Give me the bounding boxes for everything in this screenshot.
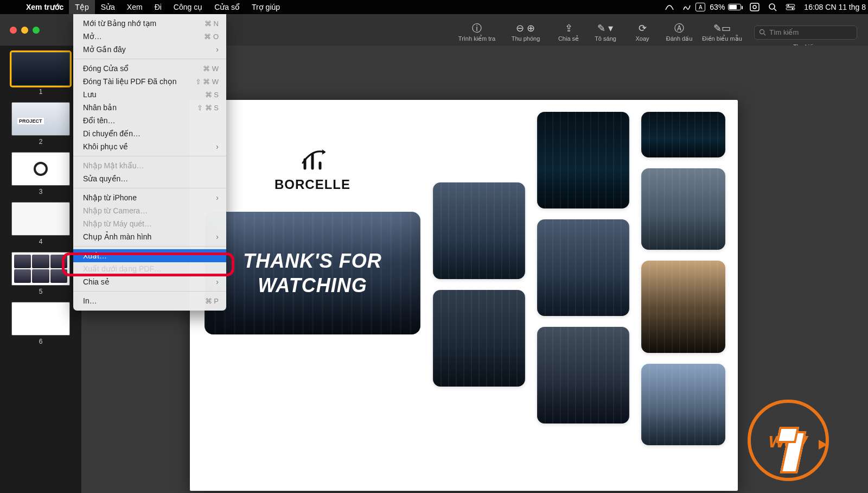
zoom-window-button[interactable] [33, 27, 40, 34]
hero-image: THANK'S FOR WATCHING [205, 212, 420, 334]
menu-item-in-[interactable]: In…⌘ P [73, 294, 226, 307]
svg-rect-5 [786, 8, 795, 10]
menu-item-di-chuyển-đến-[interactable]: Di chuyển đến… [73, 127, 226, 140]
control-center-icon[interactable] [781, 3, 800, 11]
page-thumbnail-number: 5 [0, 288, 81, 295]
spotlight-icon[interactable] [764, 3, 781, 11]
menu-item-label: Mới từ Bảng nhớ tạm [83, 19, 156, 28]
menubar-item-xem[interactable]: Xem [121, 0, 149, 14]
minimize-window-button[interactable] [21, 27, 28, 34]
close-window-button[interactable] [10, 27, 17, 34]
gallery-tile [433, 182, 525, 279]
menu-shortcut: ⌘ S [205, 91, 219, 99]
menu-item-label: Sửa quyền… [83, 174, 128, 183]
submenu-arrow-icon: › [216, 193, 219, 202]
gallery-tile [537, 327, 629, 424]
menu-item-chụp-ảnh-màn-hình[interactable]: Chụp Ảnh màn hình› [73, 230, 226, 243]
page-thumbnail[interactable] [11, 252, 70, 286]
toolbar-điền-biểu-mẫu[interactable]: ✎▭Điền biểu mẫu [698, 21, 746, 42]
toolbar-icon: ✎ ▾ [587, 21, 624, 35]
menu-separator [73, 291, 226, 292]
svg-rect-4 [786, 4, 795, 7]
status-icon[interactable] [678, 3, 695, 11]
toolbar-label: Tô sáng [587, 35, 624, 42]
submenu-arrow-icon: › [216, 142, 219, 151]
menu-item-chia-sẻ[interactable]: Chia sẻ› [73, 275, 226, 288]
clock[interactable]: 16:08 CN 11 thg 8 [800, 3, 868, 11]
menu-item-nhập-từ-máy-quét-: Nhập từ Máy quét… [73, 217, 226, 230]
page-thumbnail-number: 1 [0, 88, 81, 96]
page-thumbnail[interactable] [11, 102, 70, 136]
search-input[interactable]: Tìm kiếm [754, 26, 857, 40]
toolbar-xoay[interactable]: ⟳Xoay [624, 21, 661, 42]
toolbar-chia-sẻ[interactable]: ⇪Chia sẻ [550, 21, 587, 42]
menu-shortcut: ⌘ N [205, 20, 219, 28]
toolbar-label: Thu phóng [501, 35, 550, 42]
submenu-arrow-icon: › [216, 232, 219, 241]
menu-separator [73, 59, 226, 59]
toolbar-thu-phóng[interactable]: ⊖ ⊕Thu phóng [501, 21, 550, 42]
menu-item-nhân-bản[interactable]: Nhân bản⇧ ⌘ S [73, 101, 226, 114]
menu-item-xuất-[interactable]: Xuất… [73, 249, 226, 262]
menu-item-xuất-dưới-dạng-pdf-[interactable]: Xuất dưới dạng PDF… [73, 262, 226, 275]
svg-point-6 [788, 5, 789, 7]
toolbar-đánh-dấu[interactable]: ⒶĐánh dấu [661, 21, 698, 42]
menu-item-đổi-tên-[interactable]: Đổi tên… [73, 114, 226, 127]
menu-item-label: Đóng Tài liệu PDF Đã chọn [83, 77, 177, 86]
menu-item-label: Chụp Ảnh màn hình [83, 232, 151, 241]
menubar-item-trợ giúp[interactable]: Trợ giúp [246, 0, 286, 14]
brand-logo: BORCELLE [275, 147, 350, 192]
page-thumbnail-number: 6 [0, 338, 81, 345]
menu-item-label: In… [83, 296, 97, 305]
menu-item-nhập-từ-iphone[interactable]: Nhập từ iPhone› [73, 191, 226, 204]
menu-shortcut: ⌘ P [205, 297, 219, 305]
gallery-tile [537, 219, 629, 316]
menu-item-label: Nhập Mật khẩu… [83, 161, 144, 170]
search-icon [759, 29, 766, 36]
thumbnail-sidebar[interactable]: 123456 [0, 46, 81, 493]
menubar-item-tệp[interactable]: Tệp [69, 0, 94, 14]
page-thumbnail-number: 4 [0, 238, 81, 245]
toolbar-trình-kiểm-tra[interactable]: ⓘTrình kiểm tra [452, 21, 501, 42]
page-thumbnail[interactable] [11, 302, 70, 336]
submenu-arrow-icon: › [216, 45, 219, 54]
menu-item-sửa-quyền-[interactable]: Sửa quyền… [73, 172, 226, 185]
status-icon[interactable] [661, 3, 678, 11]
menu-item-lưu[interactable]: Lưu⌘ S [73, 88, 226, 101]
gallery-tile [641, 364, 725, 445]
menubar-item-công cụ[interactable]: Công cụ [168, 0, 208, 14]
toolbar-label: Trình kiểm tra [452, 35, 501, 42]
screenshot-icon[interactable] [745, 3, 764, 11]
menubar-item-đi[interactable]: Đi [149, 0, 168, 14]
menubar-item-cửa sổ[interactable]: Cửa sổ [208, 0, 246, 14]
input-menu[interactable]: A [695, 3, 705, 11]
svg-point-1 [753, 5, 756, 9]
gallery-tile [537, 112, 629, 208]
menubar-item-sửa[interactable]: Sửa [95, 0, 121, 14]
menu-item-đóng-cửa-sổ[interactable]: Đóng Cửa sổ⌘ W [73, 62, 226, 75]
brand-name: BORCELLE [275, 177, 350, 192]
page-thumbnail[interactable] [11, 202, 70, 236]
menu-item-label: Nhập từ Máy quét… [83, 219, 152, 228]
toolbar-tô-sáng[interactable]: ✎ ▾Tô sáng [587, 21, 624, 42]
toolbar-icon: ⓘ [452, 21, 501, 35]
menu-item-mới-từ-bảng-nhớ-tạm[interactable]: Mới từ Bảng nhớ tạm⌘ N [73, 17, 226, 30]
page-thumbnail[interactable] [11, 152, 70, 186]
hero-text-2: WATCHING [258, 274, 367, 296]
gallery-tile [641, 261, 725, 353]
battery-status[interactable]: 63% [705, 3, 745, 11]
menu-separator [73, 246, 226, 246]
toolbar-label: Đánh dấu [661, 35, 698, 42]
menu-item-mở-gần-đây[interactable]: Mở Gần đây› [73, 43, 226, 56]
gallery-tile [641, 168, 725, 250]
toolbar-label: Xoay [624, 35, 661, 42]
menu-item-đóng-tài-liệu-pdf-đã-chọn[interactable]: Đóng Tài liệu PDF Đã chọn⇧ ⌘ W [73, 75, 226, 88]
page-thumbnail[interactable] [11, 52, 70, 86]
menu-item-mở-[interactable]: Mở…⌘ O [73, 30, 226, 43]
menu-shortcut: ⌘ W [203, 65, 219, 73]
menu-item-khôi-phục-về[interactable]: Khôi phục về› [73, 140, 226, 153]
slide-page: BORCELLE THANK'S FOR WATCHING [190, 100, 738, 491]
app-name[interactable]: Xem trước [21, 3, 69, 11]
menu-item-label: Nhân bản [83, 103, 117, 112]
svg-line-3 [774, 9, 776, 11]
